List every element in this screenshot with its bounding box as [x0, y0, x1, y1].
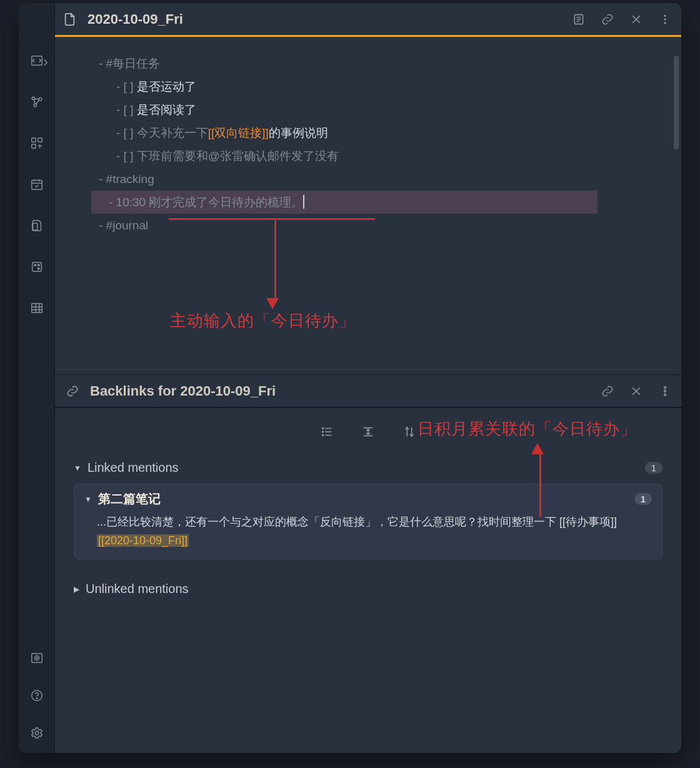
svg-point-40	[664, 22, 666, 24]
svg-line-5	[34, 99, 35, 104]
svg-point-27	[34, 656, 39, 660]
file-icon	[62, 11, 76, 27]
task-item[interactable]: - [ ] 今天补充一下[[双向链接]]的事例说明	[99, 121, 656, 144]
svg-rect-8	[38, 138, 41, 142]
vault-icon[interactable]	[29, 651, 44, 666]
svg-point-39	[664, 18, 666, 20]
svg-point-38	[664, 14, 666, 16]
graph-view-icon[interactable]	[29, 94, 44, 109]
unlinked-mentions-section: ▶ Unlinked mentions	[74, 582, 662, 596]
unlinked-mentions-label: Unlinked mentions	[86, 582, 189, 596]
linked-mentions-section: ▼ Linked mentions 1 ▼ 第二篇笔记 1 ...已经比较清楚，…	[74, 461, 662, 559]
count-badge: 1	[634, 493, 652, 505]
triangle-down-icon: ▼	[74, 464, 81, 472]
svg-point-51	[322, 435, 324, 436]
daily-note-icon[interactable]	[29, 177, 44, 192]
tag-journal[interactable]: #journal	[106, 219, 149, 232]
svg-point-45	[664, 394, 666, 396]
svg-point-31	[35, 731, 39, 735]
backlinks-header: Backlinks for 2020-10-09_Fri	[55, 374, 681, 408]
result-header[interactable]: ▼ 第二篇笔记 1	[84, 491, 652, 507]
editor-pane[interactable]: - #每日任务 - [ ] 是否运动了 - [ ] 是否阅读了 - [ ] 今天…	[55, 37, 681, 374]
tag-daily[interactable]: #每日任务	[106, 57, 161, 70]
link-icon	[66, 385, 79, 397]
svg-line-6	[36, 100, 39, 104]
linked-mentions-label: Linked mentions	[88, 461, 179, 475]
rail-bottom-group	[29, 651, 44, 741]
plugins-icon[interactable]	[29, 136, 44, 151]
preview-icon[interactable]	[572, 13, 585, 26]
wikilink[interactable]: [[双向链接]]	[208, 126, 269, 139]
annotation-arrow-down-icon	[271, 221, 279, 309]
svg-rect-21	[31, 304, 42, 313]
more-icon[interactable]	[659, 385, 671, 397]
annotation-label: 日积月累关联的「今日待办」	[418, 418, 637, 440]
highlighted-link[interactable]: [[2020-10-09_Fri]]	[97, 534, 189, 547]
result-snippet[interactable]: ...已经比较清楚，还有一个与之对应的概念「反向链接」，它是什么意思呢？找时间整…	[84, 512, 652, 550]
link-icon[interactable]	[601, 385, 614, 397]
svg-point-50	[322, 431, 324, 432]
unlinked-mentions-header[interactable]: ▶ Unlinked mentions	[74, 582, 662, 596]
help-icon[interactable]	[29, 688, 44, 703]
highlighted-line[interactable]: - 10:30 刚才完成了今日待办的梳理。	[91, 191, 598, 214]
table-icon[interactable]	[29, 301, 44, 316]
tab-actions	[572, 13, 671, 26]
svg-rect-17	[32, 262, 41, 272]
random-note-icon[interactable]	[29, 259, 44, 274]
sort-icon[interactable]	[402, 425, 416, 439]
svg-rect-12	[31, 181, 42, 190]
left-rail	[19, 3, 55, 753]
task-item[interactable]: - [ ] 是否阅读了	[99, 98, 656, 121]
task-item[interactable]: - [ ] 下班前需要和@张雷确认邮件发了没有	[99, 144, 656, 167]
linked-mentions-header[interactable]: ▼ Linked mentions 1	[74, 461, 662, 475]
svg-point-43	[664, 386, 666, 388]
backlink-result[interactable]: ▼ 第二篇笔记 1 ...已经比较清楚，还有一个与之对应的概念「反向链接」，它是…	[74, 484, 662, 559]
svg-point-49	[322, 428, 324, 429]
svg-point-30	[36, 698, 37, 699]
annotation-arrow-up-icon	[536, 443, 544, 517]
triangle-down-icon: ▼	[84, 495, 92, 504]
collapse-list-icon[interactable]	[320, 425, 334, 439]
svg-rect-26	[31, 654, 42, 663]
main-column: 2020-10-09_Fri - #每日任务 - [ ] 是否运动了 -	[55, 3, 681, 753]
backlinks-actions	[601, 385, 671, 397]
svg-rect-7	[31, 138, 35, 142]
scrollbar[interactable]	[674, 56, 679, 149]
expand-sidebar-handle[interactable]	[40, 57, 51, 71]
show-context-icon[interactable]	[361, 425, 375, 439]
svg-point-18	[34, 264, 36, 266]
annotation-label: 主动输入的「今日待办」	[170, 309, 356, 332]
svg-point-44	[664, 390, 666, 392]
link-icon[interactable]	[601, 13, 614, 26]
svg-point-1	[32, 97, 35, 100]
note-tab-header: 2020-10-09_Fri	[55, 3, 681, 37]
settings-icon[interactable]	[29, 726, 44, 741]
backlinks-title: Backlinks for 2020-10-09_Fri	[90, 383, 601, 399]
svg-point-28	[36, 657, 38, 659]
count-badge: 1	[645, 462, 662, 474]
svg-point-20	[38, 264, 39, 266]
close-icon[interactable]	[630, 13, 642, 26]
templates-icon[interactable]	[29, 218, 44, 233]
close-icon[interactable]	[630, 385, 642, 397]
annotation-underline	[169, 218, 375, 220]
backlinks-pane: 日积月累关联的「今日待办」 ▼ Linked mentions 1 ▼ 第二篇笔…	[55, 408, 681, 753]
backlinks-toolbar: 日积月累关联的「今日待办」	[74, 419, 662, 444]
svg-point-19	[38, 267, 39, 269]
app-frame: 2020-10-09_Fri - #每日任务 - [ ] 是否运动了 -	[19, 3, 681, 753]
svg-rect-9	[31, 144, 35, 148]
svg-point-2	[39, 97, 42, 101]
result-title: 第二篇笔记	[98, 491, 161, 507]
cursor-icon	[303, 195, 304, 209]
triangle-right-icon: ▶	[74, 585, 79, 594]
task-item[interactable]: - [ ] 是否运动了	[99, 75, 656, 98]
tag-tracking[interactable]: #tracking	[106, 172, 154, 186]
note-title: 2020-10-09_Fri	[88, 11, 572, 27]
more-icon[interactable]	[659, 13, 671, 26]
